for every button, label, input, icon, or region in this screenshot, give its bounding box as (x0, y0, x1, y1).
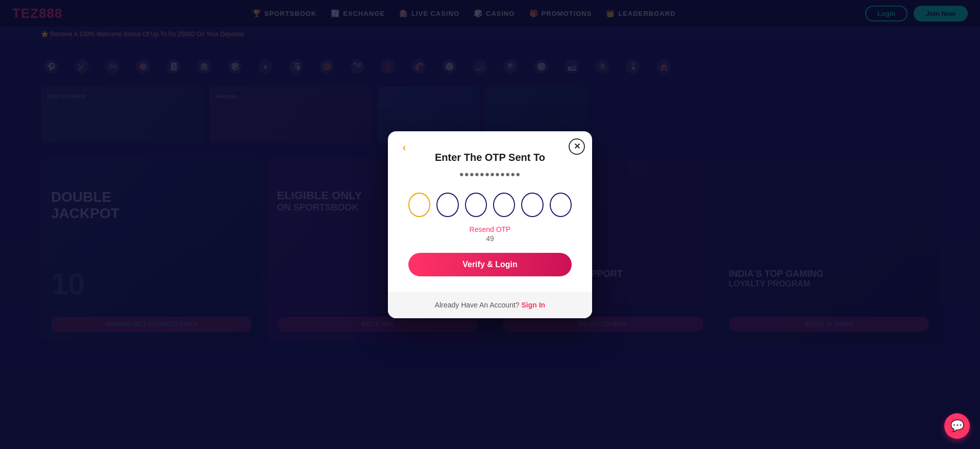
resend-timer: 49 (408, 234, 572, 243)
otp-circle-1[interactable] (408, 193, 430, 217)
sign-in-link[interactable]: Sign In (522, 301, 546, 309)
otp-circle-5[interactable] (521, 193, 543, 217)
already-account-text: Already Have An Account? (435, 301, 520, 309)
modal-body: Enter The OTP Sent To ●●●●●●●●●●●● Resen… (388, 131, 592, 292)
modal-title: Enter The OTP Sent To (408, 152, 572, 163)
chat-icon: 💬 (950, 419, 964, 433)
verify-login-button[interactable]: Verify & Login (408, 253, 572, 276)
modal-overlay[interactable]: ‹ ✕ Enter The OTP Sent To ●●●●●●●●●●●● R… (0, 0, 980, 449)
otp-circle-3[interactable] (465, 193, 487, 217)
modal-back-button[interactable]: ‹ (397, 140, 411, 155)
otp-circle-4[interactable] (493, 193, 515, 217)
otp-circle-2[interactable] (436, 193, 458, 217)
modal-footer: Already Have An Account? Sign In (388, 292, 592, 318)
modal-phone-masked: ●●●●●●●●●●●● (408, 170, 572, 178)
otp-input-row (408, 193, 572, 217)
modal-close-button[interactable]: ✕ (569, 138, 585, 155)
otp-circle-6[interactable] (550, 193, 572, 217)
otp-modal: ‹ ✕ Enter The OTP Sent To ●●●●●●●●●●●● R… (388, 131, 592, 318)
chat-button[interactable]: 💬 (944, 413, 970, 439)
resend-otp-button[interactable]: Resend OTP (408, 225, 572, 233)
